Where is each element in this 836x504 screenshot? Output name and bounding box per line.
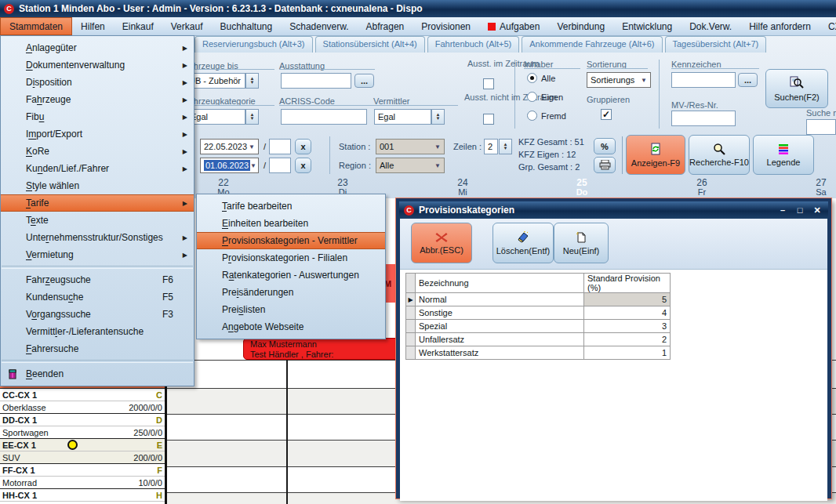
minimize-icon[interactable]: – <box>776 205 789 215</box>
menubar-item-stammdaten[interactable]: Stammdaten <box>0 17 72 35</box>
date-from-clear-button[interactable]: x <box>295 139 311 154</box>
anzeigen-button[interactable]: Anzeigen-F9 <box>626 135 685 175</box>
legende-button[interactable]: Legende <box>753 135 814 175</box>
submenu-item-ratenkategorien-auswertungen[interactable]: Ratenkategorien - Auswertungen <box>197 267 385 284</box>
zeilen-spinner[interactable]: ▲▼ <box>499 139 512 154</box>
kennzeichen-browse-button[interactable]: ... <box>738 73 758 87</box>
bezeichnung-cell[interactable]: Normal <box>416 293 584 306</box>
submenu-item-angebote-webseite[interactable]: Angebote Webseite <box>197 318 385 335</box>
fahrzeugkategorie-spinner[interactable]: ▲▼ <box>245 109 259 125</box>
vehicle-row-dd-cx-1[interactable]: DD-CX 1D <box>0 413 165 426</box>
vehicle-row-ee-cx-1[interactable]: EE-CX 1E <box>0 438 165 451</box>
menu-item-disposition[interactable]: Disposition▶ <box>1 74 194 91</box>
provision-row-unfallersatz[interactable]: Unfallersatz2 <box>406 333 671 346</box>
date-to-combo[interactable]: 01.06.2023▼ <box>200 158 259 173</box>
tab-tages-bersicht-alt-7-[interactable]: Tagesübersicht (Alt+7) <box>665 36 767 53</box>
ausstattung-browse-button[interactable]: ... <box>354 74 374 88</box>
close-icon[interactable]: ✕ <box>811 205 823 216</box>
vehicle-desc-row[interactable]: SUV200/0/0 <box>0 451 165 463</box>
submenu-item-einheiten-bearbeiten[interactable]: Einheiten bearbeiten <box>197 215 385 232</box>
menu-item-import-export[interactable]: Import/Export▶ <box>1 125 194 143</box>
menu-item-vermittler-lieferantensuche[interactable]: Vermittler-/Lieferantensuche <box>1 323 194 340</box>
vehicle-row-ff-cx-1[interactable]: FF-CX 1F <box>0 463 165 476</box>
vehicle-row-cc-cx-1[interactable]: CC-CX 1C <box>0 388 165 401</box>
ausst-im-zeitraum-checkbox[interactable] <box>483 78 494 89</box>
menubar-item-entwicklung[interactable]: Entwicklung <box>613 17 681 35</box>
vehicle-desc-row[interactable] <box>0 501 165 504</box>
suche-n-input[interactable] <box>806 119 836 135</box>
bezeichnung-cell[interactable]: Sonstige <box>416 306 584 320</box>
dialog-titlebar[interactable]: C Provisionskategorien – □ ✕ <box>399 201 828 219</box>
vermittler-spinner[interactable]: ▲▼ <box>431 109 445 125</box>
provision-row-spezial[interactable]: Spezial3 <box>406 320 671 333</box>
delete-button[interactable]: Löschen(Entf) <box>493 223 554 263</box>
fahrzeuge-bis-spinner[interactable]: ▲▼ <box>245 73 259 89</box>
recherche-button[interactable]: Recherche-F10 <box>689 135 750 175</box>
menu-item-kore[interactable]: KoRe▶ <box>1 143 194 160</box>
menu-item-fahrzeuge[interactable]: Fahrzeuge▶ <box>1 91 194 108</box>
submenu-item-provisionskategorien-vermittler[interactable]: Provisionskategorien - Vermittler <box>197 232 385 249</box>
vehicle-desc-row[interactable]: Oberklasse2000/0/0 <box>0 401 165 413</box>
vehicle-desc-row[interactable]: Motorrad10/0/0 <box>0 476 165 488</box>
menu-item-fibu[interactable]: Fibu▶ <box>1 108 194 125</box>
station-combo[interactable]: 001▼ <box>376 139 445 154</box>
zeilen-input[interactable]: 2 <box>484 139 498 154</box>
vehicle-row-hh-cx-1[interactable]: HH-CX 1H <box>0 488 165 501</box>
menubar-item-aufgaben[interactable]: Aufgaben <box>479 17 548 35</box>
inhaber-radio-fremd[interactable]: Fremd <box>527 111 566 121</box>
date-from-extra-input[interactable] <box>269 139 291 154</box>
tab-fahrtenbuch-alt-5-[interactable]: Fahrtenbuch (Alt+5) <box>427 36 520 53</box>
tab-stations-bersicht-alt-4-[interactable]: Stationsübersicht (Alt+4) <box>315 36 425 53</box>
suchen-button[interactable]: Suchen(F2) <box>765 69 828 108</box>
menu-item-beenden[interactable]: Beenden <box>1 365 194 383</box>
provision-cell[interactable]: 4 <box>584 306 671 320</box>
menu-item-vermietung[interactable]: Vermietung▶ <box>1 246 194 263</box>
submenu-item-provisionskategorien-filialen[interactable]: Provisionskategorien - Filialen <box>197 249 385 267</box>
date-to-extra-input[interactable] <box>269 158 291 173</box>
kennzeichen-input[interactable] <box>671 72 736 88</box>
menubar-item-abfragen[interactable]: Abfragen <box>358 17 413 35</box>
gruppieren-checkbox[interactable]: ✓ <box>601 109 612 120</box>
menubar-item-einkauf[interactable]: Einkauf <box>114 17 162 35</box>
menubar-item-verbindung[interactable]: Verbindung <box>548 17 613 35</box>
bezeichnung-header[interactable]: Bezeichnung <box>416 274 584 293</box>
abort-button[interactable]: Abbr.(ESC) <box>411 223 472 263</box>
ausst-nicht-checkbox[interactable] <box>483 114 494 125</box>
menu-item-fahrzeugsuche[interactable]: FahrzeugsucheF6 <box>1 271 194 288</box>
menubar-item-hilfen[interactable]: Hilfen <box>72 17 114 35</box>
menu-item-tarife[interactable]: Tarife▶ <box>1 194 194 212</box>
date-to-clear-button[interactable]: x <box>295 158 311 173</box>
tab-reservierungsbuch-alt-3-[interactable]: Reservierungsbuch (Alt+3) <box>194 36 313 53</box>
percent-button[interactable]: % <box>594 138 616 154</box>
ausstattung-input[interactable] <box>281 73 351 89</box>
menubar-item-hilfe-anfordern[interactable]: Hilfe anfordern <box>740 17 820 35</box>
submenu-item-tarife-bearbeiten[interactable]: Tarife bearbeiten <box>197 198 385 215</box>
inhaber-radio-alle[interactable]: Alle <box>527 73 555 83</box>
submenu-item-preis-nderungen[interactable]: Preisänderungen <box>197 284 385 301</box>
vehicle-desc-row[interactable]: Sportwagen250/0/0 <box>0 426 165 438</box>
menubar-item-dok-verw-[interactable]: Dok.Verw. <box>681 17 740 35</box>
acriss-input[interactable] <box>281 109 367 125</box>
menubar-item-verkauf[interactable]: Verkauf <box>162 17 212 35</box>
provision-row-sonstige[interactable]: Sonstige4 <box>406 306 671 320</box>
menu-item-kundensuche[interactable]: KundensucheF5 <box>1 288 194 306</box>
provision-row-normal[interactable]: ▶Normal5 <box>406 293 671 306</box>
menu-item-kunden-lief-fahrer[interactable]: Kunden/Lief./Fahrer▶ <box>1 160 194 177</box>
vermittler-combo[interactable]: Egal <box>374 109 431 125</box>
submenu-item-preislisten[interactable]: Preislisten <box>197 301 385 318</box>
maximize-icon[interactable]: □ <box>794 205 806 215</box>
bezeichnung-cell[interactable]: Spezial <box>416 320 584 333</box>
menubar-item-provisionen[interactable]: Provisionen <box>413 17 479 35</box>
provision-row-werkstattersatz[interactable]: Werkstattersatz1 <box>406 346 671 360</box>
menu-item-fahrersuche[interactable]: Fahrersuche <box>1 340 194 357</box>
inhaber-radio-eigen[interactable]: Eigen <box>527 92 563 102</box>
provision-header[interactable]: Standard Provision (%) <box>584 274 671 293</box>
new-button[interactable]: Neu(Einf) <box>554 223 609 263</box>
menu-item-style-w-hlen[interactable]: Style wählen <box>1 177 194 194</box>
menubar-item-buchhaltung[interactable]: Buchhaltung <box>211 17 281 35</box>
bezeichnung-cell[interactable]: Werkstattersatz <box>416 346 584 360</box>
provision-cell[interactable]: 1 <box>584 346 671 360</box>
menu-item-dokumentenverwaltung[interactable]: Dokumentenverwaltung▶ <box>1 56 194 74</box>
bezeichnung-cell[interactable]: Unfallersatz <box>416 333 584 346</box>
region-combo[interactable]: Alle▼ <box>376 158 445 173</box>
